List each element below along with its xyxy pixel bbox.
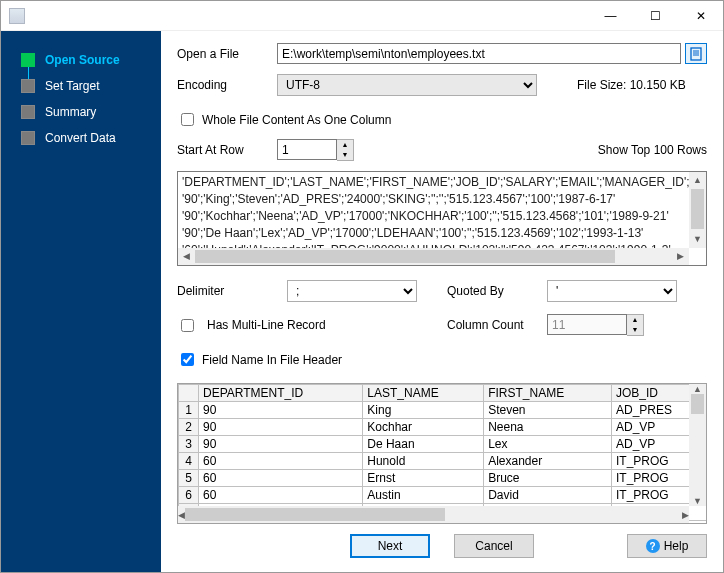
cell[interactable]: Hunold <box>363 453 484 470</box>
preview-line: '90';'Kochhar';'Neena';'AD_VP';'17000';'… <box>182 208 702 225</box>
svg-rect-0 <box>691 48 701 60</box>
open-file-label: Open a File <box>177 47 277 61</box>
step-label: Open Source <box>45 53 120 67</box>
column-count-label: Column Count <box>447 318 537 332</box>
scroll-right-icon[interactable]: ▶ <box>672 248 689 265</box>
quoted-by-label: Quoted By <box>447 284 537 298</box>
preview-hscroll[interactable]: ◀ ▶ <box>178 248 689 265</box>
step-set-target[interactable]: Set Target <box>1 73 161 99</box>
scroll-up-icon[interactable]: ▲ <box>689 172 706 189</box>
cell[interactable]: Alexander <box>484 453 612 470</box>
grid-vscroll[interactable]: ▲ ▼ <box>689 384 706 506</box>
row-number: 5 <box>179 470 199 487</box>
step-label: Summary <box>45 105 96 119</box>
scroll-down-icon[interactable]: ▼ <box>689 231 706 248</box>
table-row[interactable]: 460HunoldAlexanderIT_PROG9000AHUNOLD <box>179 453 708 470</box>
cell[interactable]: 90 <box>199 402 363 419</box>
preview-line: 'DEPARTMENT_ID';'LAST_NAME';'FIRST_NAME'… <box>182 174 702 191</box>
step-convert-data[interactable]: Convert Data <box>1 125 161 151</box>
close-button[interactable]: ✕ <box>678 1 723 31</box>
grid-hscroll[interactable]: ◀ ▶ <box>178 506 689 523</box>
step-open-source[interactable]: Open Source <box>1 47 161 73</box>
row-number: 1 <box>179 402 199 419</box>
data-grid[interactable]: DEPARTMENT_IDLAST_NAMEFIRST_NAMEJOB_IDSA… <box>177 383 707 524</box>
cell[interactable]: 60 <box>199 487 363 504</box>
cell[interactable]: Bruce <box>484 470 612 487</box>
header-checkbox[interactable] <box>181 353 194 366</box>
browse-file-button[interactable] <box>685 43 707 64</box>
cell[interactable]: 60 <box>199 470 363 487</box>
whole-file-checkbox[interactable] <box>181 113 194 126</box>
scroll-up-icon[interactable]: ▲ <box>689 384 706 394</box>
column-header[interactable]: FIRST_NAME <box>484 385 612 402</box>
cell[interactable]: 60 <box>199 453 363 470</box>
titlebar: — ☐ ✕ <box>1 1 723 31</box>
file-path-input[interactable] <box>277 43 681 64</box>
file-size-label: File Size: 10.150 KB <box>577 78 686 92</box>
table-row[interactable]: 290KochharNeenaAD_VP17000NKOCHHA <box>179 419 708 436</box>
row-number: 2 <box>179 419 199 436</box>
scroll-down-icon[interactable]: ▼ <box>689 496 706 506</box>
show-top-label: Show Top 100 Rows <box>598 143 707 157</box>
step-status-icon <box>21 79 35 93</box>
cell[interactable]: Lex <box>484 436 612 453</box>
maximize-button[interactable]: ☐ <box>633 1 678 31</box>
cell[interactable]: David <box>484 487 612 504</box>
help-icon: ? <box>646 539 660 553</box>
table-row[interactable]: 560ErnstBruceIT_PROG6000BERNST <box>179 470 708 487</box>
preview-line: '90';'De Haan';'Lex';'AD_VP';'17000';'LD… <box>182 225 702 242</box>
step-status-icon <box>21 53 35 67</box>
step-summary[interactable]: Summary <box>1 99 161 125</box>
scroll-right-icon[interactable]: ▶ <box>682 506 689 523</box>
preview-vscroll[interactable]: ▲ ▼ <box>689 172 706 248</box>
file-preview[interactable]: 'DEPARTMENT_ID';'LAST_NAME';'FIRST_NAME'… <box>177 171 707 266</box>
step-status-icon <box>21 105 35 119</box>
column-count-input[interactable] <box>547 314 627 335</box>
next-button[interactable]: Next <box>350 534 430 558</box>
cell[interactable]: Steven <box>484 402 612 419</box>
cell[interactable]: Neena <box>484 419 612 436</box>
cell[interactable]: 90 <box>199 419 363 436</box>
start-row-input[interactable] <box>277 139 337 160</box>
delimiter-label: Delimiter <box>177 284 277 298</box>
start-row-label: Start At Row <box>177 143 277 157</box>
delimiter-select[interactable]: ; <box>287 280 417 302</box>
encoding-label: Encoding <box>177 78 277 92</box>
app-icon <box>9 8 25 24</box>
document-icon <box>689 47 703 61</box>
step-label: Set Target <box>45 79 99 93</box>
scroll-left-icon[interactable]: ◀ <box>178 506 185 523</box>
header-label: Field Name In File Header <box>202 353 342 367</box>
multiline-checkbox[interactable] <box>181 319 194 332</box>
row-number: 4 <box>179 453 199 470</box>
multiline-label: Has Multi-Line Record <box>207 318 326 332</box>
cell[interactable]: Austin <box>363 487 484 504</box>
whole-file-label: Whole File Content As One Column <box>202 113 391 127</box>
preview-line: '90';'King';'Steven';'AD_PRES';'24000';'… <box>182 191 702 208</box>
wizard-sidebar: Open Source Set Target Summary Convert D… <box>1 31 161 572</box>
table-row[interactable]: 660AustinDavidIT_PROG4800DAUSTIN <box>179 487 708 504</box>
cell[interactable]: 90 <box>199 436 363 453</box>
step-label: Convert Data <box>45 131 116 145</box>
cancel-button[interactable]: Cancel <box>454 534 534 558</box>
row-number: 6 <box>179 487 199 504</box>
quoted-by-select[interactable]: ' <box>547 280 677 302</box>
column-header[interactable]: LAST_NAME <box>363 385 484 402</box>
cell[interactable]: Ernst <box>363 470 484 487</box>
minimize-button[interactable]: — <box>588 1 633 31</box>
encoding-select[interactable]: UTF-8 <box>277 74 537 96</box>
start-row-spinner[interactable]: ▲▼ <box>337 139 354 161</box>
table-row[interactable]: 190KingStevenAD_PRES24000SKING <box>179 402 708 419</box>
help-button[interactable]: ? Help <box>627 534 707 558</box>
row-number: 3 <box>179 436 199 453</box>
wizard-window: — ☐ ✕ Open Source Set Target Summary Con… <box>0 0 724 573</box>
table-row[interactable]: 390De HaanLexAD_VP17000LDEHAAN <box>179 436 708 453</box>
cell[interactable]: De Haan <box>363 436 484 453</box>
column-count-spinner[interactable]: ▲▼ <box>627 314 644 336</box>
cell[interactable]: King <box>363 402 484 419</box>
column-header[interactable]: DEPARTMENT_ID <box>199 385 363 402</box>
step-status-icon <box>21 131 35 145</box>
cell[interactable]: Kochhar <box>363 419 484 436</box>
scroll-left-icon[interactable]: ◀ <box>178 248 195 265</box>
main-panel: Open a File Encoding UTF-8 File Size: 10… <box>161 31 723 572</box>
